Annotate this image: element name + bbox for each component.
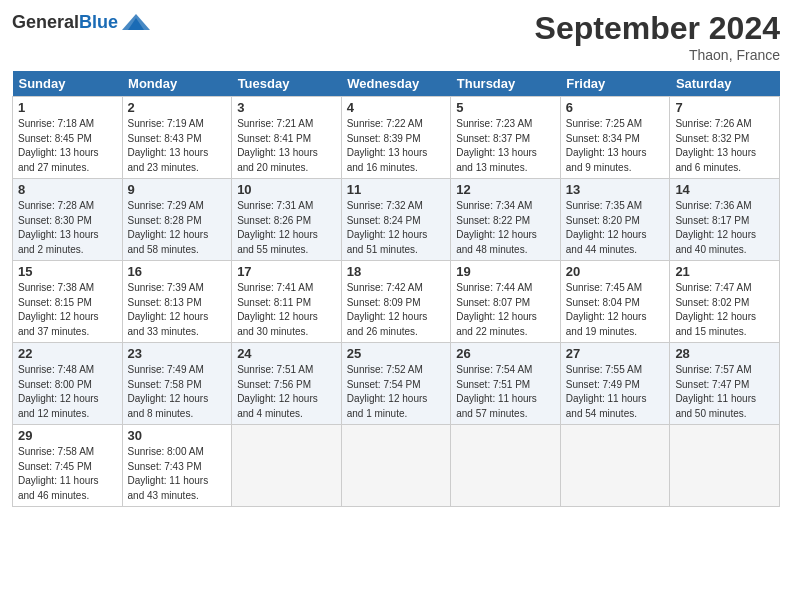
day-number: 30 [128,428,227,443]
day-number: 2 [128,100,227,115]
day-number: 24 [237,346,336,361]
calendar-week-1: 8Sunrise: 7:28 AM Sunset: 8:30 PM Daylig… [13,179,780,261]
calendar-day: 28Sunrise: 7:57 AM Sunset: 7:47 PM Dayli… [670,343,780,425]
col-monday: Monday [122,71,232,97]
day-info: Sunrise: 7:55 AM Sunset: 7:49 PM Dayligh… [566,363,665,421]
calendar-day: 2Sunrise: 7:19 AM Sunset: 8:43 PM Daylig… [122,97,232,179]
calendar-day: 30Sunrise: 8:00 AM Sunset: 7:43 PM Dayli… [122,425,232,507]
calendar-day: 21Sunrise: 7:47 AM Sunset: 8:02 PM Dayli… [670,261,780,343]
day-number: 17 [237,264,336,279]
calendar-day: 23Sunrise: 7:49 AM Sunset: 7:58 PM Dayli… [122,343,232,425]
day-info: Sunrise: 7:29 AM Sunset: 8:28 PM Dayligh… [128,199,227,257]
calendar-week-0: 1Sunrise: 7:18 AM Sunset: 8:45 PM Daylig… [13,97,780,179]
calendar-day [451,425,561,507]
day-info: Sunrise: 7:26 AM Sunset: 8:32 PM Dayligh… [675,117,774,175]
day-number: 8 [18,182,117,197]
day-info: Sunrise: 7:48 AM Sunset: 8:00 PM Dayligh… [18,363,117,421]
logo-blue: Blue [79,12,118,32]
day-number: 9 [128,182,227,197]
day-info: Sunrise: 7:41 AM Sunset: 8:11 PM Dayligh… [237,281,336,339]
day-info: Sunrise: 7:32 AM Sunset: 8:24 PM Dayligh… [347,199,446,257]
calendar-day: 6Sunrise: 7:25 AM Sunset: 8:34 PM Daylig… [560,97,670,179]
calendar-table: Sunday Monday Tuesday Wednesday Thursday… [12,71,780,507]
day-number: 11 [347,182,446,197]
day-number: 12 [456,182,555,197]
day-info: Sunrise: 7:22 AM Sunset: 8:39 PM Dayligh… [347,117,446,175]
logo-general: General [12,12,79,32]
day-info: Sunrise: 7:35 AM Sunset: 8:20 PM Dayligh… [566,199,665,257]
calendar-day [560,425,670,507]
title-block: September 2024 Thaon, France [535,10,780,63]
col-friday: Friday [560,71,670,97]
day-number: 10 [237,182,336,197]
calendar-day: 19Sunrise: 7:44 AM Sunset: 8:07 PM Dayli… [451,261,561,343]
calendar-day [670,425,780,507]
day-info: Sunrise: 7:23 AM Sunset: 8:37 PM Dayligh… [456,117,555,175]
calendar-day: 10Sunrise: 7:31 AM Sunset: 8:26 PM Dayli… [232,179,342,261]
day-number: 6 [566,100,665,115]
calendar-day: 18Sunrise: 7:42 AM Sunset: 8:09 PM Dayli… [341,261,451,343]
day-info: Sunrise: 7:38 AM Sunset: 8:15 PM Dayligh… [18,281,117,339]
day-number: 1 [18,100,117,115]
day-number: 28 [675,346,774,361]
day-info: Sunrise: 7:25 AM Sunset: 8:34 PM Dayligh… [566,117,665,175]
calendar-week-4: 29Sunrise: 7:58 AM Sunset: 7:45 PM Dayli… [13,425,780,507]
calendar-day: 5Sunrise: 7:23 AM Sunset: 8:37 PM Daylig… [451,97,561,179]
calendar-day [232,425,342,507]
day-number: 16 [128,264,227,279]
day-number: 19 [456,264,555,279]
calendar-day: 17Sunrise: 7:41 AM Sunset: 8:11 PM Dayli… [232,261,342,343]
calendar-week-2: 15Sunrise: 7:38 AM Sunset: 8:15 PM Dayli… [13,261,780,343]
col-sunday: Sunday [13,71,123,97]
day-number: 7 [675,100,774,115]
day-number: 22 [18,346,117,361]
day-number: 3 [237,100,336,115]
day-info: Sunrise: 7:52 AM Sunset: 7:54 PM Dayligh… [347,363,446,421]
calendar-day: 15Sunrise: 7:38 AM Sunset: 8:15 PM Dayli… [13,261,123,343]
day-info: Sunrise: 7:47 AM Sunset: 8:02 PM Dayligh… [675,281,774,339]
calendar-day: 25Sunrise: 7:52 AM Sunset: 7:54 PM Dayli… [341,343,451,425]
day-number: 4 [347,100,446,115]
day-info: Sunrise: 7:39 AM Sunset: 8:13 PM Dayligh… [128,281,227,339]
calendar-day: 8Sunrise: 7:28 AM Sunset: 8:30 PM Daylig… [13,179,123,261]
main-container: GeneralBlue September 2024 Thaon, France… [0,0,792,517]
day-number: 27 [566,346,665,361]
day-number: 14 [675,182,774,197]
col-tuesday: Tuesday [232,71,342,97]
day-number: 23 [128,346,227,361]
calendar-day: 9Sunrise: 7:29 AM Sunset: 8:28 PM Daylig… [122,179,232,261]
day-number: 20 [566,264,665,279]
day-info: Sunrise: 7:21 AM Sunset: 8:41 PM Dayligh… [237,117,336,175]
day-info: Sunrise: 7:57 AM Sunset: 7:47 PM Dayligh… [675,363,774,421]
day-number: 25 [347,346,446,361]
header: GeneralBlue September 2024 Thaon, France [12,10,780,63]
calendar-week-3: 22Sunrise: 7:48 AM Sunset: 8:00 PM Dayli… [13,343,780,425]
day-number: 15 [18,264,117,279]
calendar-day: 16Sunrise: 7:39 AM Sunset: 8:13 PM Dayli… [122,261,232,343]
header-row: Sunday Monday Tuesday Wednesday Thursday… [13,71,780,97]
day-info: Sunrise: 7:18 AM Sunset: 8:45 PM Dayligh… [18,117,117,175]
calendar-day: 27Sunrise: 7:55 AM Sunset: 7:49 PM Dayli… [560,343,670,425]
day-info: Sunrise: 7:28 AM Sunset: 8:30 PM Dayligh… [18,199,117,257]
day-info: Sunrise: 7:42 AM Sunset: 8:09 PM Dayligh… [347,281,446,339]
col-wednesday: Wednesday [341,71,451,97]
day-number: 21 [675,264,774,279]
calendar-day: 4Sunrise: 7:22 AM Sunset: 8:39 PM Daylig… [341,97,451,179]
month-title: September 2024 [535,10,780,47]
day-info: Sunrise: 7:36 AM Sunset: 8:17 PM Dayligh… [675,199,774,257]
calendar-day: 22Sunrise: 7:48 AM Sunset: 8:00 PM Dayli… [13,343,123,425]
calendar-day: 11Sunrise: 7:32 AM Sunset: 8:24 PM Dayli… [341,179,451,261]
day-number: 5 [456,100,555,115]
day-number: 18 [347,264,446,279]
logo-icon [120,10,152,34]
day-info: Sunrise: 7:54 AM Sunset: 7:51 PM Dayligh… [456,363,555,421]
logo: GeneralBlue [12,10,152,34]
day-info: Sunrise: 7:51 AM Sunset: 7:56 PM Dayligh… [237,363,336,421]
day-info: Sunrise: 7:31 AM Sunset: 8:26 PM Dayligh… [237,199,336,257]
col-saturday: Saturday [670,71,780,97]
day-number: 29 [18,428,117,443]
calendar-day: 1Sunrise: 7:18 AM Sunset: 8:45 PM Daylig… [13,97,123,179]
day-number: 26 [456,346,555,361]
calendar-day: 13Sunrise: 7:35 AM Sunset: 8:20 PM Dayli… [560,179,670,261]
day-number: 13 [566,182,665,197]
